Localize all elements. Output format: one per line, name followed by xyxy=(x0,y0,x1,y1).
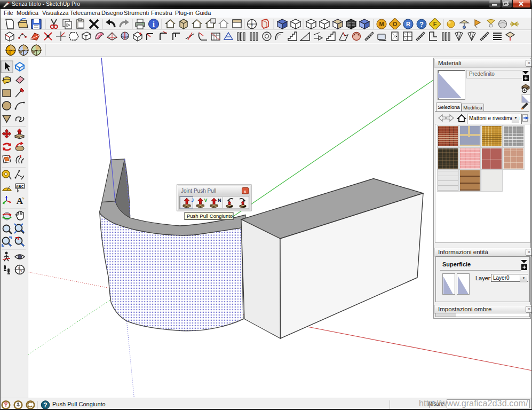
svg-text:V: V xyxy=(204,198,208,203)
svg-text:Push Pull Congiunto: Push Pull Congiunto xyxy=(187,213,233,219)
svg-text:R: R xyxy=(251,23,253,26)
svg-text:A: A xyxy=(17,196,23,206)
svg-text:F: F xyxy=(433,21,437,27)
svg-text:N: N xyxy=(218,198,221,203)
svg-text:J: J xyxy=(191,198,194,203)
svg-text:x: x xyxy=(244,189,247,194)
svg-text:?: ? xyxy=(43,401,47,409)
svg-text:O: O xyxy=(393,21,398,27)
svg-text:M: M xyxy=(379,21,384,27)
svg-text:R: R xyxy=(406,21,410,27)
svg-text:Joint Push Pull: Joint Push Pull xyxy=(181,188,216,194)
svg-text:ABC: ABC xyxy=(15,185,23,188)
svg-text:i: i xyxy=(153,20,155,28)
